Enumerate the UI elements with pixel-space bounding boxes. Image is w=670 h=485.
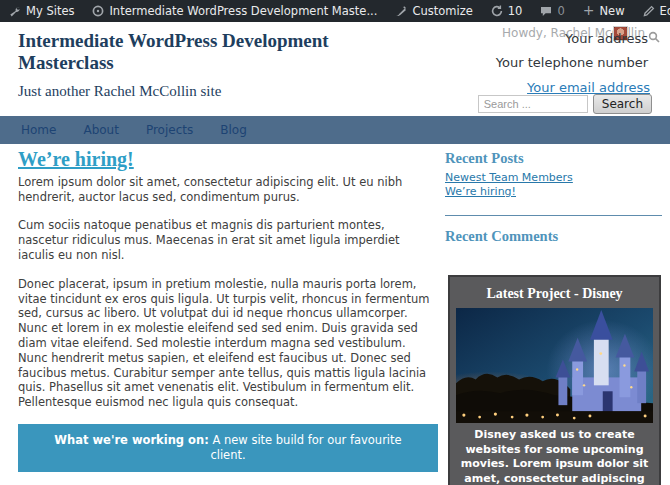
content-area: We’re hiring! Lorem ipsum dolor sit amet… (0, 144, 670, 485)
wp-admin-bar: My Sites Intermediate WordPress Developm… (0, 0, 670, 22)
comment-bubble-icon (540, 6, 552, 17)
latest-project-widget: Latest Project - Disney (448, 275, 661, 485)
callout-label: What we're working on: (54, 433, 208, 447)
dashboard-gauge-icon (92, 5, 104, 17)
paintbrush-icon (395, 5, 407, 17)
site-header: Intermediate WordPress Development Maste… (0, 22, 670, 116)
site-title[interactable]: Intermediate WordPress Development Maste… (18, 30, 363, 74)
wrench-icon (9, 5, 21, 17)
search-button[interactable]: Search (593, 94, 652, 114)
contact-address: Your address (565, 31, 648, 46)
my-sites-label: My Sites (26, 4, 74, 18)
post-paragraph: Lorem ipsum dolor sit amet, consectetur … (18, 175, 438, 205)
admin-bar-comments[interactable]: 0 (531, 0, 573, 22)
pencil-icon (643, 5, 655, 17)
search-input[interactable] (478, 95, 588, 113)
contact-phone: Your telephone number (496, 55, 648, 70)
nav-item-home[interactable]: Home (21, 123, 56, 137)
nav-item-blog[interactable]: Blog (220, 123, 247, 137)
primary-nav: Home About Projects Blog (0, 116, 670, 144)
admin-bar-edit-post[interactable]: Edit Post (634, 0, 670, 22)
admin-bar-customize[interactable]: Customize (386, 0, 481, 22)
header-contact-area: Howdy, Rachel McCollin Your address Your… (410, 22, 660, 116)
admin-bar-site-name[interactable]: Intermediate WordPress Development Maste… (83, 0, 386, 22)
callout-text: A new site build for our favourite clien… (209, 433, 402, 462)
admin-bar-my-sites[interactable]: My Sites (0, 0, 83, 22)
nav-item-about[interactable]: About (83, 123, 118, 137)
comments-count: 0 (557, 4, 564, 18)
post-title-link[interactable]: We’re hiring! (18, 152, 134, 167)
project-widget-text: Disney asked us to create websites for s… (456, 428, 653, 485)
header-search-form: Search (478, 94, 652, 114)
updates-count: 10 (508, 4, 523, 18)
recent-post-link-were-hiring[interactable]: We’re hiring! (445, 185, 662, 199)
admin-bar-updates[interactable]: 10 (482, 0, 532, 22)
site-tagline: Just another Rachel McCollin site (18, 83, 363, 100)
updates-refresh-icon (491, 5, 503, 17)
new-label: New (599, 4, 624, 18)
contact-email-link[interactable]: Your email address (527, 80, 650, 95)
recent-comments-heading: Recent Comments (445, 228, 662, 245)
site-branding: Intermediate WordPress Development Maste… (18, 30, 363, 100)
sidebar: Recent Posts Newest Team Members We’re h… (445, 150, 662, 485)
post-paragraph: Cum sociis natoque penatibus et magnis d… (18, 218, 438, 262)
main-column: We’re hiring! Lorem ipsum dolor sit amet… (18, 152, 438, 485)
plus-icon: + (583, 3, 595, 17)
recent-posts-heading: Recent Posts (445, 150, 662, 167)
admin-bar-new[interactable]: + New (574, 0, 634, 22)
disney-castle-image (456, 308, 653, 423)
search-icon[interactable] (648, 28, 660, 47)
recent-post-link-newest-team-members[interactable]: Newest Team Members (445, 171, 662, 185)
nav-item-projects[interactable]: Projects (146, 123, 193, 137)
project-widget-title: Latest Project - Disney (456, 286, 653, 302)
edit-post-label: Edit Post (660, 4, 670, 18)
post-paragraph: Donec placerat, ipsum in pretium molesti… (18, 277, 438, 410)
site-name-label: Intermediate WordPress Development Maste… (109, 4, 377, 18)
working-on-callout: What we're working on: A new site build … (18, 424, 438, 472)
sidebar-divider (445, 215, 662, 216)
customize-label: Customize (412, 4, 472, 18)
